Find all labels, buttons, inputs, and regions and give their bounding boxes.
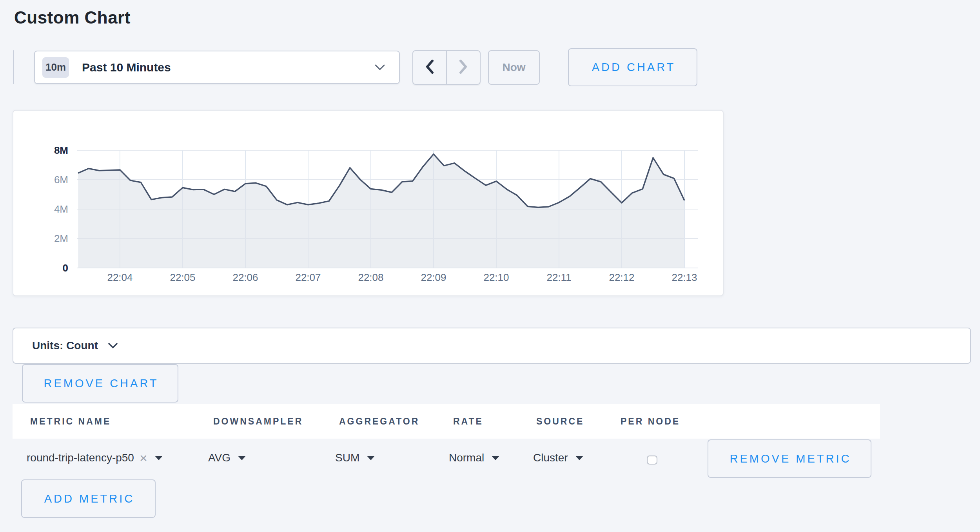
dropdown-caret-icon [238, 455, 246, 461]
rate-dropdown[interactable]: Normal [449, 452, 500, 464]
svg-text:22:11: 22:11 [546, 271, 571, 283]
svg-text:22:13: 22:13 [671, 271, 697, 283]
metric-chart-card: 02M4M6M8M22:0422:0522:0622:0722:0822:092… [13, 110, 724, 296]
source-dropdown[interactable]: Cluster [533, 452, 584, 464]
source-value: Cluster [533, 452, 568, 464]
svg-text:22:05: 22:05 [170, 271, 195, 283]
svg-text:22:09: 22:09 [421, 271, 446, 283]
time-range-label: Past 10 Minutes [82, 61, 171, 74]
dropdown-caret-icon [491, 455, 500, 461]
prev-time-button[interactable] [413, 51, 446, 84]
units-dropdown[interactable]: Units: Count [13, 328, 971, 364]
svg-text:2M: 2M [54, 233, 68, 244]
svg-text:22:07: 22:07 [295, 271, 321, 283]
svg-text:4M: 4M [54, 203, 68, 215]
metric-name-value: round-trip-latency-p50 [27, 452, 134, 464]
svg-text:22:10: 22:10 [483, 271, 509, 283]
dropdown-caret-icon [367, 455, 375, 461]
column-header-metric-name: METRIC NAME [30, 416, 111, 427]
chevron-left-icon [425, 60, 434, 75]
chevron-down-icon [108, 343, 118, 349]
downsampler-value: AVG [208, 452, 230, 464]
per-node-checkbox[interactable] [647, 455, 657, 465]
add-chart-button[interactable]: ADD CHART [568, 48, 697, 86]
toolbar-divider [13, 50, 14, 84]
metrics-table-header: METRIC NAME DOWNSAMPLER AGGREGATOR RATE … [13, 404, 880, 439]
aggregator-value: SUM [335, 452, 359, 464]
add-metric-button[interactable]: ADD METRIC [21, 479, 156, 518]
column-header-rate: RATE [453, 416, 483, 427]
column-header-downsampler: DOWNSAMPLER [213, 416, 303, 427]
column-header-source: SOURCE [536, 416, 584, 427]
svg-text:8M: 8M [54, 144, 68, 156]
time-step-buttons [412, 50, 481, 85]
remove-metric-tag-icon[interactable]: × [140, 451, 147, 465]
next-time-button[interactable] [446, 51, 480, 84]
units-label: Units: Count [32, 339, 98, 352]
chevron-right-icon [459, 60, 468, 75]
time-range-dropdown[interactable]: 10m Past 10 Minutes [34, 51, 400, 84]
remove-metric-button[interactable]: REMOVE METRIC [708, 439, 871, 478]
chevron-down-icon [375, 64, 385, 71]
svg-text:22:08: 22:08 [358, 271, 383, 283]
page-title: Custom Chart [14, 8, 131, 27]
downsampler-dropdown[interactable]: AVG [208, 452, 246, 464]
metric-name-dropdown[interactable]: round-trip-latency-p50 × [27, 451, 163, 465]
custom-chart-page: Custom Chart 10m Past 10 Minutes Now ADD… [0, 0, 980, 532]
column-header-aggregator: AGGREGATOR [339, 416, 419, 427]
svg-text:6M: 6M [54, 174, 68, 186]
now-button[interactable]: Now [488, 50, 540, 85]
rate-value: Normal [449, 452, 484, 464]
aggregator-dropdown[interactable]: SUM [335, 452, 375, 464]
svg-text:22:06: 22:06 [232, 271, 258, 283]
time-series-chart[interactable]: 02M4M6M8M22:0422:0522:0622:0722:0822:092… [13, 111, 723, 295]
column-header-per-node: PER NODE [621, 416, 680, 427]
svg-text:22:04: 22:04 [107, 271, 132, 283]
remove-chart-button[interactable]: REMOVE CHART [22, 364, 178, 403]
dropdown-caret-icon [154, 455, 163, 461]
time-range-badge: 10m [42, 57, 69, 78]
dropdown-caret-icon [575, 455, 584, 461]
svg-text:0: 0 [63, 262, 68, 274]
svg-text:22:12: 22:12 [609, 271, 634, 283]
